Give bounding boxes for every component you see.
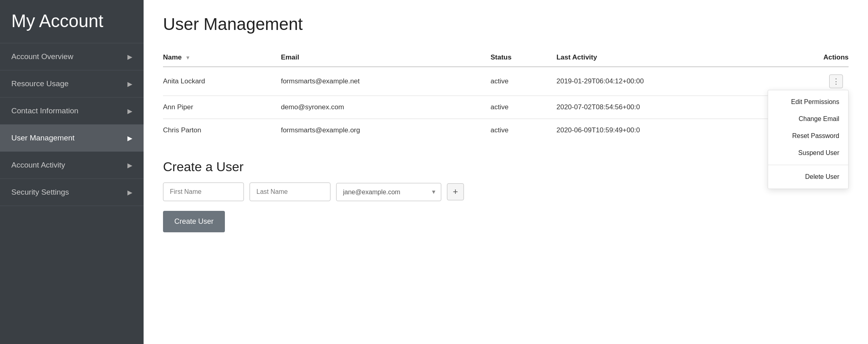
user-email: formsmarts@example.net: [281, 67, 490, 96]
chevron-right-icon: ▶: [127, 80, 132, 88]
col-header-email: Email: [281, 49, 490, 67]
chevron-right-icon: ▶: [127, 134, 132, 142]
sidebar-item-user-management[interactable]: User Management ▶: [0, 125, 144, 152]
user-status: active: [491, 96, 557, 119]
user-status: active: [491, 67, 557, 96]
sort-icon: ▼: [185, 55, 191, 61]
chevron-right-icon: ▶: [127, 107, 132, 115]
last-name-input[interactable]: [250, 183, 330, 201]
col-header-status: Status: [491, 49, 557, 67]
sidebar-item-security-settings[interactable]: Security Settings ▶: [0, 179, 144, 206]
user-last-activity: 2020-06-09T10:59:49+00:0: [557, 119, 786, 142]
user-last-activity: 2019-01-29T06:04:12+00:00: [557, 67, 786, 96]
action-menu-button[interactable]: ⋮: [829, 74, 843, 88]
create-form-row: jane@example.com ▼ +: [163, 183, 849, 201]
page-title: User Management: [163, 15, 849, 34]
user-email: demo@syronex.com: [281, 96, 490, 119]
add-email-button[interactable]: +: [447, 183, 464, 200]
user-status: active: [491, 119, 557, 142]
menu-section-main: Edit Permissions Change Email Reset Pass…: [768, 90, 848, 165]
suspend-user-item[interactable]: Suspend User: [768, 144, 848, 161]
chevron-right-icon: ▶: [127, 53, 132, 61]
create-user-button[interactable]: Create User: [163, 211, 225, 232]
sidebar: My Account Account Overview ▶ Resource U…: [0, 0, 144, 344]
user-name: Chris Parton: [163, 119, 281, 142]
email-select-wrap: jane@example.com ▼: [336, 183, 441, 201]
sidebar-item-label: Contact Information: [11, 106, 78, 115]
sidebar-item-label: Account Activity: [11, 161, 65, 170]
first-name-input[interactable]: [163, 183, 244, 201]
user-name: Anita Lockard: [163, 67, 281, 96]
user-last-activity: 2020-07-02T08:54:56+00:0: [557, 96, 786, 119]
user-management-table: Name ▼ Email Status Last Activity Action…: [163, 49, 849, 142]
main-content: User Management Name ▼ Email Status Last…: [144, 0, 868, 344]
sidebar-item-label: User Management: [11, 134, 74, 142]
email-select[interactable]: jane@example.com: [336, 183, 441, 201]
sidebar-item-label: Security Settings: [11, 188, 69, 197]
sidebar-item-account-activity[interactable]: Account Activity ▶: [0, 152, 144, 179]
chevron-right-icon: ▶: [127, 189, 132, 196]
col-header-last-activity: Last Activity: [557, 49, 786, 67]
chevron-right-icon: ▶: [127, 161, 132, 169]
table-row: Chris Parton formsmarts@example.org acti…: [163, 119, 849, 142]
col-header-actions: Actions: [786, 49, 849, 67]
sidebar-item-resource-usage[interactable]: Resource Usage ▶: [0, 70, 144, 98]
user-name: Ann Piper: [163, 96, 281, 119]
sidebar-item-contact-information[interactable]: Contact Information ▶: [0, 98, 144, 125]
table-row: Ann Piper demo@syronex.com active 2020-0…: [163, 96, 849, 119]
edit-permissions-item[interactable]: Edit Permissions: [768, 93, 848, 110]
sidebar-item-account-overview[interactable]: Account Overview ▶: [0, 43, 144, 70]
user-email: formsmarts@example.org: [281, 119, 490, 142]
sidebar-item-label: Account Overview: [11, 52, 73, 61]
change-email-item[interactable]: Change Email: [768, 110, 848, 127]
reset-password-item[interactable]: Reset Password: [768, 127, 848, 144]
sidebar-item-label: Resource Usage: [11, 79, 69, 88]
sidebar-title: My Account: [0, 0, 144, 43]
col-header-name: Name ▼: [163, 49, 281, 67]
menu-section-delete: Delete User: [768, 165, 848, 189]
create-section-title: Create a User: [163, 159, 849, 174]
actions-cell: ⋮ Edit Permissions Change Email Reset Pa…: [786, 67, 849, 96]
table-row: Anita Lockard formsmarts@example.net act…: [163, 67, 849, 96]
delete-user-item[interactable]: Delete User: [768, 168, 848, 185]
